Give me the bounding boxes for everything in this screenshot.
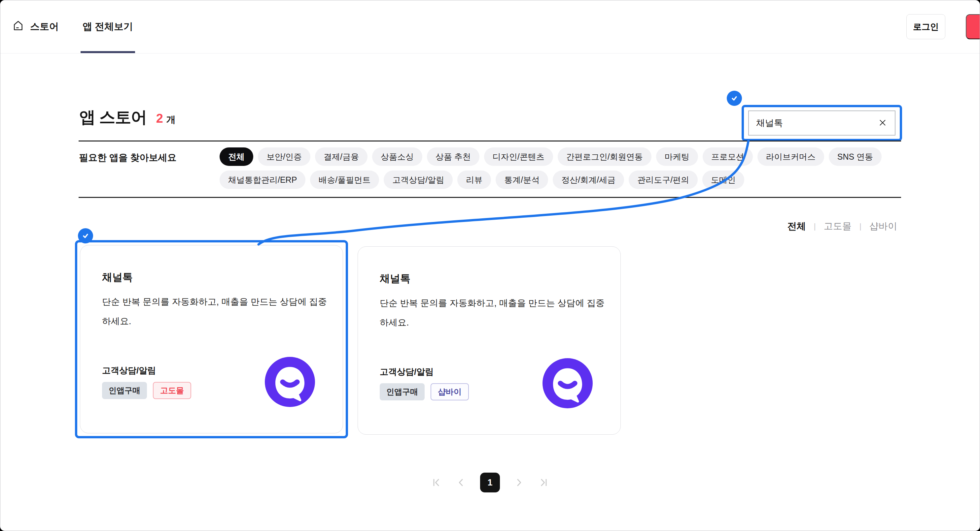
category-chip[interactable]: 관리도구/편의 [629,171,698,189]
app-tag: 고도몰 [153,382,191,399]
page-title-text: 앱 스토어 [79,106,147,128]
tab-all-apps[interactable]: 앱 전체보기 [83,0,133,53]
category-chip[interactable]: 상품소싱 [372,147,422,166]
prev-page-icon[interactable] [456,477,466,488]
search-annotation-box [741,105,902,141]
category-chip[interactable]: 정산/회계/세금 [553,171,624,189]
category-chip[interactable]: SNS 연동 [829,147,881,166]
divider [79,197,901,198]
result-count-unit: 개 [166,113,176,126]
category-chip[interactable]: 보안/인증 [258,147,310,166]
app-description: 단순 반복 문의를 자동화하고, 매출을 만드는 상담에 집중 하세요. [380,293,605,333]
search-input[interactable] [756,118,877,128]
page-title: 앱 스토어 2 개 [79,106,176,128]
app-description: 단순 반복 문의를 자동화하고, 매출을 만드는 상담에 집중 하세요. [102,292,327,331]
pagination: 1 [0,472,980,492]
topbar-actions: 로그인 [906,14,980,39]
check-icon [78,228,93,243]
category-chip[interactable]: 통계/분석 [496,171,548,189]
separator: | [814,222,816,231]
topbar: 스토어 앱 전체보기 로그인 [0,0,980,54]
divider [79,141,901,141]
check-icon [727,91,742,106]
signup-button-partial[interactable] [966,14,980,39]
app-tag: 인앱구매 [102,382,147,399]
category-chip[interactable]: 전체 [220,147,253,166]
search-box [748,111,896,136]
mall-filter-godomall[interactable]: 고도몰 [824,220,851,233]
chips-row-2: 채널통합관리/ERP배송/풀필먼트고객상담/알림리뷰통계/분석정산/회계/세금관… [220,171,881,189]
mall-filter-all[interactable]: 전체 [788,220,806,233]
first-page-icon[interactable] [431,477,442,488]
app-category: 고객상담/알림 [380,366,434,378]
separator: | [859,222,861,231]
chips-row-1: 전체보안/인증결제/금융상품소싱상품 추천디자인/콘텐츠간편로그인/회원연동마케… [220,147,881,166]
category-chip[interactable]: 디자인/콘텐츠 [484,147,553,166]
category-chip[interactable]: 채널통합관리/ERP [220,171,305,189]
app-tags: 인앱구매샵바이 [380,383,469,400]
category-chip[interactable]: 상품 추천 [427,147,479,166]
category-chip[interactable]: 간편로그인/회원연동 [558,147,651,166]
current-page[interactable]: 1 [480,472,500,492]
home-icon [12,20,24,34]
category-chip[interactable]: 도메인 [702,171,744,189]
clear-search-button[interactable] [877,117,888,128]
app-title: 채널톡 [380,272,410,285]
category-chip[interactable]: 프로모션 [703,147,753,166]
category-chip[interactable]: 라이브커머스 [757,147,824,166]
active-tab-underline [81,51,135,53]
app-tags: 인앱구매고도몰 [102,382,191,399]
app-card-channeltalk-shopby[interactable]: 채널톡 단순 반복 문의를 자동화하고, 매출을 만드는 상담에 집중 하세요.… [358,246,621,435]
app-store-page: 스토어 앱 전체보기 로그인 앱 스토어 2 개 [0,0,980,531]
channeltalk-logo-icon [265,357,315,407]
next-page-icon[interactable] [514,477,524,488]
channeltalk-logo-icon [542,358,593,408]
category-chip[interactable]: 마케팅 [656,147,698,166]
last-page-icon[interactable] [538,477,549,488]
category-chip[interactable]: 배송/풀필먼트 [310,171,379,189]
card-annotation-box: 채널톡 단순 반복 문의를 자동화하고, 매출을 만드는 상담에 집중 하세요.… [75,240,348,438]
store-label: 스토어 [30,20,59,33]
result-count: 2 [156,111,163,126]
category-chip[interactable]: 고객상담/알림 [384,171,453,189]
app-title: 채널톡 [102,271,133,284]
app-category: 고객상담/알림 [102,365,156,376]
category-chip[interactable]: 리뷰 [457,171,491,189]
close-icon [878,118,888,128]
category-chip[interactable]: 결제/금융 [315,147,368,166]
category-chips: 전체보안/인증결제/금융상품소싱상품 추천디자인/콘텐츠간편로그인/회원연동마케… [220,147,881,189]
store-home-link[interactable]: 스토어 [12,20,59,34]
login-button[interactable]: 로그인 [906,14,945,39]
app-tag: 인앱구매 [380,383,425,400]
app-tag: 샵바이 [431,383,469,400]
app-card-channeltalk-godomall[interactable]: 채널톡 단순 반복 문의를 자동화하고, 매출을 만드는 상담에 집중 하세요.… [80,245,343,433]
mall-filter-shopby[interactable]: 샵바이 [869,220,897,233]
filter-label: 필요한 앱을 찾아보세요 [79,151,177,164]
mall-filter: 전체 | 고도몰 | 샵바이 [788,220,897,233]
